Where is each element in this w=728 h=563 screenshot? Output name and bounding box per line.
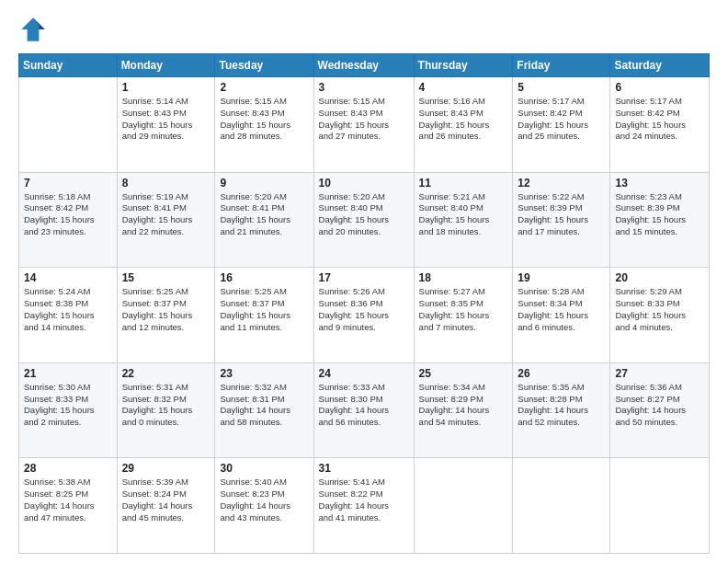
day-info: Sunrise: 5:32 AMSunset: 8:31 PMDaylight:… [220,382,308,429]
day-number: 30 [220,462,308,475]
day-info: Sunrise: 5:35 AMSunset: 8:28 PMDaylight:… [518,382,605,429]
calendar-cell: 22Sunrise: 5:31 AMSunset: 8:32 PMDayligh… [117,362,215,458]
day-number: 20 [615,271,704,284]
calendar-cell: 5Sunrise: 5:17 AMSunset: 8:42 PMDaylight… [513,77,610,173]
day-number: 24 [319,367,409,380]
day-info: Sunrise: 5:33 AMSunset: 8:30 PMDaylight:… [319,382,409,429]
day-header-saturday: Saturday [610,54,710,77]
day-info: Sunrise: 5:25 AMSunset: 8:37 PMDaylight:… [220,286,308,333]
calendar-week-row: 7Sunrise: 5:18 AMSunset: 8:42 PMDaylight… [19,172,710,268]
calendar-cell: 31Sunrise: 5:41 AMSunset: 8:22 PMDayligh… [313,458,414,554]
calendar-cell: 9Sunrise: 5:20 AMSunset: 8:41 PMDaylight… [215,172,313,268]
calendar-cell: 24Sunrise: 5:33 AMSunset: 8:30 PMDayligh… [313,362,414,458]
calendar-cell: 7Sunrise: 5:18 AMSunset: 8:42 PMDaylight… [19,172,118,268]
calendar-cell: 21Sunrise: 5:30 AMSunset: 8:33 PMDayligh… [19,362,118,458]
calendar-cell: 6Sunrise: 5:17 AMSunset: 8:42 PMDaylight… [610,77,710,173]
day-info: Sunrise: 5:27 AMSunset: 8:35 PMDaylight:… [419,286,508,333]
calendar-cell [610,458,710,554]
calendar-week-row: 28Sunrise: 5:38 AMSunset: 8:25 PMDayligh… [19,458,710,554]
day-number: 21 [24,367,112,380]
day-number: 25 [419,367,508,380]
calendar-week-row: 1Sunrise: 5:14 AMSunset: 8:43 PMDaylight… [19,77,710,173]
calendar-cell: 18Sunrise: 5:27 AMSunset: 8:35 PMDayligh… [414,268,513,363]
calendar-cell: 1Sunrise: 5:14 AMSunset: 8:43 PMDaylight… [117,77,215,173]
day-number: 7 [24,177,112,190]
day-number: 17 [319,271,409,284]
calendar-cell: 30Sunrise: 5:40 AMSunset: 8:23 PMDayligh… [215,458,313,554]
calendar-cell: 13Sunrise: 5:23 AMSunset: 8:39 PMDayligh… [610,172,710,268]
day-number: 12 [518,177,605,190]
day-number: 1 [122,81,210,94]
day-info: Sunrise: 5:38 AMSunset: 8:25 PMDaylight:… [24,477,112,523]
day-number: 15 [122,271,210,284]
calendar-cell: 26Sunrise: 5:35 AMSunset: 8:28 PMDayligh… [513,362,610,458]
calendar-cell: 14Sunrise: 5:24 AMSunset: 8:38 PMDayligh… [19,268,118,363]
day-number: 13 [615,177,704,190]
logo [18,15,51,44]
day-info: Sunrise: 5:31 AMSunset: 8:32 PMDaylight:… [122,382,210,429]
day-number: 31 [319,462,409,475]
day-number: 10 [319,177,409,190]
day-info: Sunrise: 5:24 AMSunset: 8:38 PMDaylight:… [24,286,112,333]
calendar-week-row: 14Sunrise: 5:24 AMSunset: 8:38 PMDayligh… [19,268,710,363]
calendar-cell: 11Sunrise: 5:21 AMSunset: 8:40 PMDayligh… [414,172,513,268]
day-info: Sunrise: 5:23 AMSunset: 8:39 PMDaylight:… [615,191,704,238]
day-header-tuesday: Tuesday [215,54,313,77]
calendar-cell [414,458,513,554]
day-info: Sunrise: 5:36 AMSunset: 8:27 PMDaylight:… [615,382,704,429]
day-info: Sunrise: 5:16 AMSunset: 8:43 PMDaylight:… [419,96,508,143]
day-number: 19 [518,271,605,284]
calendar-cell: 19Sunrise: 5:28 AMSunset: 8:34 PMDayligh… [513,268,610,363]
day-info: Sunrise: 5:22 AMSunset: 8:39 PMDaylight:… [518,191,605,238]
day-info: Sunrise: 5:19 AMSunset: 8:41 PMDaylight:… [122,191,210,238]
calendar-cell: 8Sunrise: 5:19 AMSunset: 8:41 PMDaylight… [117,172,215,268]
day-number: 18 [419,271,508,284]
day-info: Sunrise: 5:14 AMSunset: 8:43 PMDaylight:… [122,96,210,143]
calendar-week-row: 21Sunrise: 5:30 AMSunset: 8:33 PMDayligh… [19,362,710,458]
calendar-cell: 15Sunrise: 5:25 AMSunset: 8:37 PMDayligh… [117,268,215,363]
calendar-cell: 10Sunrise: 5:20 AMSunset: 8:40 PMDayligh… [313,172,414,268]
calendar-cell: 16Sunrise: 5:25 AMSunset: 8:37 PMDayligh… [215,268,313,363]
day-info: Sunrise: 5:41 AMSunset: 8:22 PMDaylight:… [319,477,409,523]
day-info: Sunrise: 5:21 AMSunset: 8:40 PMDaylight:… [419,191,508,238]
day-number: 6 [615,81,704,94]
calendar-cell [513,458,610,554]
calendar-cell: 3Sunrise: 5:15 AMSunset: 8:43 PMDaylight… [313,77,414,173]
day-number: 11 [419,177,508,190]
day-number: 26 [518,367,605,380]
day-number: 14 [24,271,112,284]
day-info: Sunrise: 5:18 AMSunset: 8:42 PMDaylight:… [24,191,112,238]
calendar-cell [19,77,118,173]
day-number: 22 [122,367,210,380]
day-info: Sunrise: 5:17 AMSunset: 8:42 PMDaylight:… [518,96,605,143]
day-header-thursday: Thursday [414,54,513,77]
day-number: 9 [220,177,308,190]
day-info: Sunrise: 5:30 AMSunset: 8:33 PMDaylight:… [24,382,112,429]
day-info: Sunrise: 5:39 AMSunset: 8:24 PMDaylight:… [122,477,210,523]
day-number: 27 [615,367,704,380]
header [18,15,710,44]
day-number: 4 [419,81,508,94]
calendar-cell: 27Sunrise: 5:36 AMSunset: 8:27 PMDayligh… [610,362,710,458]
day-info: Sunrise: 5:15 AMSunset: 8:43 PMDaylight:… [319,96,409,143]
calendar-cell: 4Sunrise: 5:16 AMSunset: 8:43 PMDaylight… [414,77,513,173]
day-info: Sunrise: 5:26 AMSunset: 8:36 PMDaylight:… [319,286,409,333]
calendar-cell: 12Sunrise: 5:22 AMSunset: 8:39 PMDayligh… [513,172,610,268]
day-info: Sunrise: 5:20 AMSunset: 8:41 PMDaylight:… [220,191,308,238]
day-number: 3 [319,81,409,94]
calendar-table: SundayMondayTuesdayWednesdayThursdayFrid… [18,53,710,554]
day-info: Sunrise: 5:29 AMSunset: 8:33 PMDaylight:… [615,286,704,333]
day-info: Sunrise: 5:34 AMSunset: 8:29 PMDaylight:… [419,382,508,429]
calendar-cell: 20Sunrise: 5:29 AMSunset: 8:33 PMDayligh… [610,268,710,363]
day-header-monday: Monday [117,54,215,77]
day-info: Sunrise: 5:28 AMSunset: 8:34 PMDaylight:… [518,286,605,333]
calendar-cell: 17Sunrise: 5:26 AMSunset: 8:36 PMDayligh… [313,268,414,363]
calendar-cell: 23Sunrise: 5:32 AMSunset: 8:31 PMDayligh… [215,362,313,458]
day-info: Sunrise: 5:20 AMSunset: 8:40 PMDaylight:… [319,191,409,238]
day-header-sunday: Sunday [19,54,118,77]
logo-icon [18,15,48,44]
day-info: Sunrise: 5:40 AMSunset: 8:23 PMDaylight:… [220,477,308,523]
calendar-cell: 29Sunrise: 5:39 AMSunset: 8:24 PMDayligh… [117,458,215,554]
day-number: 28 [24,462,112,475]
day-number: 8 [122,177,210,190]
